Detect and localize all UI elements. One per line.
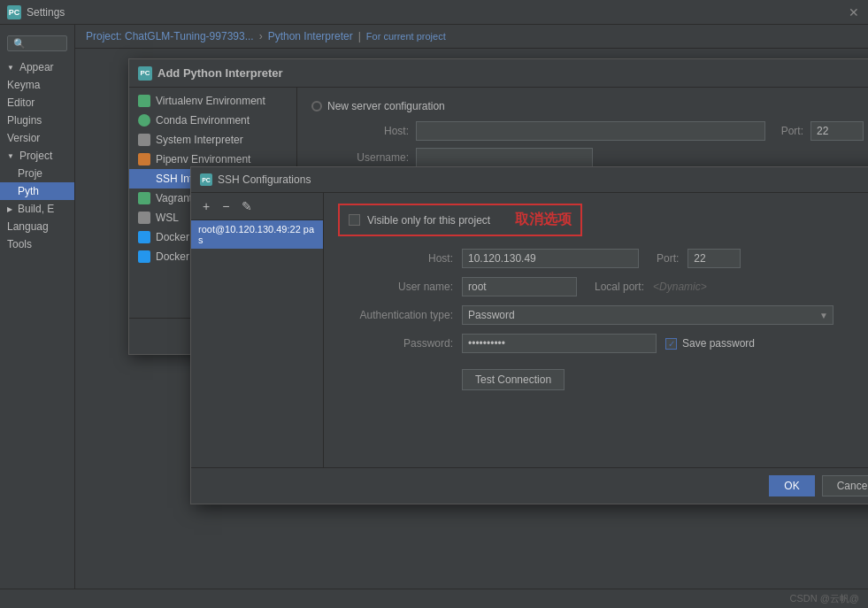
username-label: Username: (329, 151, 409, 164)
system-icon (138, 134, 150, 146)
visible-only-label: Visible only for this project (367, 214, 490, 227)
interp-conda[interactable]: Conda Environment (129, 111, 296, 130)
auth-type-select[interactable]: Password (462, 305, 833, 325)
search-bar (0, 32, 74, 55)
test-connection-button[interactable]: Test Connection (462, 369, 565, 390)
sidebar-item-plugins[interactable]: Plugins (0, 112, 74, 129)
ssh-auth-row: Authentication type: Password ▼ (338, 305, 868, 325)
visible-only-checkbox[interactable] (349, 214, 360, 226)
breadcrumb-link[interactable]: For current project (366, 31, 446, 42)
new-server-radio-dot (311, 101, 322, 112)
window-close-button[interactable]: ✕ (847, 5, 861, 19)
sidebar-item-version[interactable]: Versior (0, 129, 74, 147)
ssh-username-input[interactable] (462, 277, 577, 296)
search-input[interactable] (7, 35, 67, 51)
cancel-annotation: 取消选项 (515, 211, 572, 229)
host-input[interactable] (416, 121, 765, 141)
dialog-title: Add Python Interpreter (157, 66, 868, 80)
ssh-dialog-cancel-button[interactable]: Cancel (822, 475, 868, 496)
username-row: Username: (329, 148, 864, 167)
ssh-edit-button[interactable]: ✎ (237, 196, 257, 216)
breadcrumb-section: Python Interpreter (268, 30, 353, 42)
title-bar: PC Settings ✕ (0, 0, 868, 25)
ssh-dialog-title-bar: PC SSH Configurations ✕ (191, 167, 868, 193)
app-icon: PC (7, 5, 21, 19)
ssh-auth-label: Authentication type: (338, 309, 453, 321)
ssh-list-items: root@10.120.130.49:22 pas (191, 220, 323, 467)
ssh-form-panel: Visible only for this project 取消选项 Host:… (324, 193, 868, 467)
sidebar-item-python[interactable]: Pyth (0, 182, 74, 200)
ssh-port-input[interactable] (687, 249, 741, 268)
ssh-host-label: Host: (338, 252, 453, 265)
ssh-password-input[interactable] (462, 334, 657, 353)
sidebar-item-project[interactable]: ▼ Project (0, 147, 74, 165)
auth-type-select-wrapper: Password ▼ (462, 305, 833, 325)
arrow-icon: ▼ (7, 64, 14, 72)
password-row: ✓ Save password (462, 334, 755, 353)
conda-icon (138, 114, 150, 127)
ssh-list-toolbar: + − ✎ (191, 193, 323, 220)
ssh-username-row: User name: Local port: <Dynamic> (338, 277, 868, 296)
sidebar: ▼ Appear Keyma Editor Plugins Versior ▼ … (0, 25, 75, 589)
visible-only-row: Visible only for this project 取消选项 (338, 204, 582, 236)
ssh-dialog-footer: OK Cancel (191, 467, 868, 504)
pipenv-icon (138, 153, 150, 165)
ssh-configurations-dialog: PC SSH Configurations ✕ + − ✎ roo (190, 166, 868, 504)
ssh-username-label: User name: (338, 281, 453, 293)
settings-window: PC Settings ✕ ▼ Appear Keyma Editor Plug… (0, 0, 868, 608)
ssh-icon (138, 173, 150, 185)
status-text: CSDN @云帆@ (789, 592, 859, 605)
ssh-dialog-body: + − ✎ root@10.120.130.49:22 pas (191, 193, 868, 467)
breadcrumb-sep: › (259, 30, 263, 42)
local-port-label: Local port: (595, 281, 644, 293)
main-content: Project: ChatGLM-Tuning-997393... › Pyth… (75, 25, 868, 589)
window-title: Settings (27, 6, 65, 19)
port-label: Port: (781, 125, 803, 137)
ssh-add-button[interactable]: + (198, 196, 214, 216)
host-row: Host: Port: (329, 121, 864, 141)
settings-body: ▼ Appear Keyma Editor Plugins Versior ▼ … (0, 25, 868, 589)
sidebar-item-languages[interactable]: Languag (0, 218, 74, 235)
ssh-dialog-title: SSH Configurations (218, 173, 868, 186)
dialog-icon: PC (138, 66, 152, 81)
save-password-label: Save password (682, 337, 755, 350)
vagrant-icon (138, 192, 150, 204)
ssh-remove-button[interactable]: − (218, 196, 234, 216)
local-port-value: <Dynamic> (653, 281, 707, 293)
ssh-port-label: Port: (657, 252, 679, 265)
ssh-password-label: Password: (338, 337, 453, 350)
breadcrumb: Project: ChatGLM-Tuning-997393... › Pyth… (75, 25, 868, 49)
interp-system[interactable]: System Interpreter (129, 130, 296, 150)
ssh-dialog-ok-button[interactable]: OK (769, 475, 814, 496)
ssh-host-row: Host: Port: (338, 249, 868, 268)
sidebar-item-appear[interactable]: ▼ Appear (0, 58, 74, 76)
breadcrumb-project: Project: ChatGLM-Tuning-997393... (86, 30, 254, 42)
host-label: Host: (329, 125, 409, 137)
sidebar-item-build[interactable]: ▶ Build, E (0, 200, 74, 218)
interp-virtualenv[interactable]: Virtualenv Environment (129, 91, 296, 111)
ssh-list-item[interactable]: root@10.120.130.49:22 pas (191, 220, 323, 249)
username-input[interactable] (416, 148, 593, 167)
docker-compose-icon (138, 250, 150, 263)
ssh-password-row: Password: ✓ Save password (338, 334, 868, 353)
save-password-row: ✓ Save password (665, 337, 755, 350)
dialog-title-bar: PC Add Python Interpreter ✕ (129, 59, 868, 88)
sidebar-item-keymap[interactable]: Keyma (0, 76, 74, 94)
arrow-icon: ▼ (7, 152, 14, 160)
docker-icon (138, 231, 150, 243)
sidebar-item-tools[interactable]: Tools (0, 235, 74, 253)
new-server-radio[interactable]: New server configuration (311, 100, 864, 112)
sidebar-item-proj-sub[interactable]: Proje (0, 165, 74, 182)
ssh-list-panel: + − ✎ root@10.120.130.49:22 pas (191, 193, 324, 467)
port-input[interactable] (810, 121, 864, 141)
virtualenv-icon (138, 95, 150, 107)
ssh-host-input[interactable] (462, 249, 639, 268)
wsl-icon (138, 212, 150, 224)
save-password-checkbox[interactable]: ✓ (665, 338, 677, 350)
status-bar: CSDN @云帆@ (0, 589, 868, 608)
arrow-icon: ▶ (7, 205, 12, 213)
sidebar-item-editor[interactable]: Editor (0, 94, 74, 112)
ssh-dialog-icon: PC (200, 173, 212, 186)
